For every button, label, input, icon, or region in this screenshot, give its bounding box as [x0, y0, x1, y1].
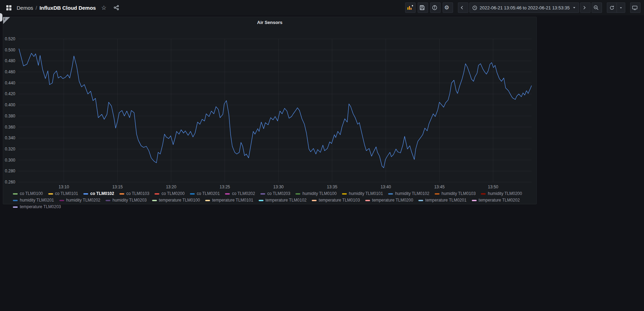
legend-item-temperature-TLM0102[interactable]: temperature TLM0102 — [259, 198, 307, 203]
y-axis-tick-label: 0.400 — [5, 103, 15, 107]
legend-item-co-TLM0101[interactable]: co TLM0101 — [48, 191, 78, 196]
navbar: Demos / InfluxDB Cloud Demos ☆ — [0, 0, 644, 15]
legend-item-temperature-TLM0200[interactable]: temperature TLM0200 — [365, 198, 413, 203]
legend-item-co-TLM0102[interactable]: co TLM0102 — [83, 191, 114, 196]
y-axis-tick-label: 0.500 — [5, 48, 15, 52]
legend-label: humidity TLM0100 — [302, 191, 337, 196]
legend-item-temperature-TLM0101[interactable]: temperature TLM0101 — [205, 198, 253, 203]
legend-swatch — [154, 193, 159, 195]
legend-label: temperature TLM0102 — [266, 198, 307, 203]
legend-item-humidity-TLM0101[interactable]: humidity TLM0101 — [342, 191, 383, 196]
legend-item-co-TLM0202[interactable]: co TLM0202 — [225, 191, 255, 196]
kiosk-tv-icon[interactable] — [630, 2, 641, 13]
legend-swatch — [435, 193, 440, 195]
refresh-interval-caret-icon[interactable] — [617, 3, 625, 13]
panel-title[interactable]: Air Sensors — [3, 17, 536, 27]
save-dashboard-icon[interactable] — [418, 2, 428, 13]
x-axis-tick-label: 13:35 — [327, 185, 337, 189]
legend-swatch — [342, 193, 347, 195]
legend-swatch — [152, 200, 157, 201]
legend-item-temperature-TLM0100[interactable]: temperature TLM0100 — [152, 198, 200, 203]
time-range-label: 2022-06-21 13:05:46 to 2022-06-21 13:53:… — [480, 5, 570, 10]
breadcrumb-section[interactable]: Demos — [17, 5, 33, 11]
y-axis-tick-label: 0.480 — [5, 58, 15, 63]
insights-info-icon[interactable] — [430, 2, 441, 13]
legend-swatch — [106, 200, 110, 201]
time-shift-forward-icon[interactable] — [580, 2, 591, 13]
legend-swatch — [13, 206, 18, 208]
legend-item-temperature-TLM0201[interactable]: temperature TLM0201 — [418, 198, 467, 203]
x-axis-tick-label: 13:25 — [219, 185, 230, 189]
y-axis-tick-label: 0.340 — [5, 136, 15, 140]
legend-label: co TLM0103 — [126, 191, 150, 196]
legend-item-humidity-TLM0102[interactable]: humidity TLM0102 — [388, 191, 429, 196]
panel-air-sensors: i Air Sensors 0.2600.2800.3000.3200.3400… — [3, 17, 537, 204]
zoom-out-time-icon[interactable] — [592, 2, 602, 13]
legend-label: humidity TLM0202 — [66, 198, 101, 203]
legend-label: co TLM0201 — [197, 191, 220, 196]
legend-item-temperature-TLM0203[interactable]: temperature TLM0203 — [13, 205, 61, 209]
dashboards-grid-icon[interactable] — [4, 2, 13, 13]
legend-swatch — [481, 193, 486, 195]
legend-item-humidity-TLM0200[interactable]: humidity TLM0200 — [481, 191, 522, 196]
legend-item-humidity-TLM0201[interactable]: humidity TLM0201 — [13, 198, 54, 203]
time-range-picker[interactable]: 2022-06-21 13:05:46 to 2022-06-21 13:53:… — [469, 2, 579, 13]
breadcrumb: Demos / InfluxDB Cloud Demos — [17, 5, 96, 11]
x-axis-tick-label: 13:15 — [112, 185, 123, 189]
legend-label: temperature TLM0202 — [479, 198, 520, 203]
legend-item-temperature-TLM0103[interactable]: temperature TLM0103 — [312, 198, 360, 203]
settings-gear-icon[interactable]: ⚙ — [443, 2, 453, 13]
chart-svg: 0.2600.2800.3000.3200.3400.3600.3800.400… — [3, 29, 536, 192]
legend-swatch — [388, 193, 393, 195]
breadcrumb-title[interactable]: InfluxDB Cloud Demos — [40, 5, 96, 11]
x-axis-tick-label: 13:45 — [434, 185, 445, 189]
legend-swatch — [205, 200, 210, 201]
legend-swatch — [312, 200, 317, 201]
sidemenu-toggle[interactable] — [0, 13, 2, 22]
chart-area: 0.2600.2800.3000.3200.3400.3600.3800.400… — [3, 29, 536, 192]
y-axis-tick-label: 0.360 — [5, 125, 15, 130]
refresh-icon[interactable] — [607, 3, 617, 13]
y-axis-tick-label: 0.420 — [5, 91, 15, 96]
legend-item-humidity-TLM0100[interactable]: humidity TLM0100 — [295, 191, 337, 196]
dashboard-actions-group: ⚙ — [405, 2, 453, 13]
legend-item-co-TLM0200[interactable]: co TLM0200 — [154, 191, 185, 196]
legend-item-co-TLM0201[interactable]: co TLM0201 — [190, 191, 220, 196]
series-line-co-TLM0102 — [19, 49, 532, 168]
legend-swatch — [225, 193, 230, 195]
breadcrumb-separator: / — [36, 5, 37, 11]
legend-label: co TLM0203 — [267, 191, 291, 196]
legend-label: temperature TLM0100 — [159, 198, 200, 203]
legend-label: temperature TLM0103 — [319, 198, 360, 203]
time-shift-back-icon[interactable] — [458, 2, 468, 13]
legend-label: humidity TLM0203 — [112, 198, 147, 203]
legend-item-humidity-TLM0203[interactable]: humidity TLM0203 — [106, 198, 147, 203]
x-axis-tick-label: 13:50 — [488, 185, 498, 189]
legend-swatch — [13, 200, 18, 201]
star-icon[interactable]: ☆ — [99, 2, 108, 13]
legend-label: humidity TLM0200 — [488, 191, 522, 196]
panel-info-corner-icon[interactable]: i — [3, 17, 10, 24]
legend-swatch — [295, 193, 300, 195]
legend-item-co-TLM0203[interactable]: co TLM0203 — [260, 191, 291, 196]
legend-swatch — [472, 200, 477, 201]
app-root: Demos / InfluxDB Cloud Demos ☆ — [0, 0, 644, 206]
legend-item-humidity-TLM0103[interactable]: humidity TLM0103 — [435, 191, 476, 196]
legend-label: humidity TLM0103 — [442, 191, 476, 196]
legend-swatch — [365, 200, 370, 201]
y-axis-tick-label: 0.260 — [5, 180, 15, 185]
clock-icon — [472, 5, 477, 10]
refresh-split-button — [607, 2, 625, 13]
legend-swatch — [13, 193, 18, 195]
legend-item-temperature-TLM0202[interactable]: temperature TLM0202 — [472, 198, 520, 203]
legend-label: humidity TLM0101 — [349, 191, 383, 196]
legend-item-co-TLM0103[interactable]: co TLM0103 — [119, 191, 150, 196]
y-axis-tick-label: 0.280 — [5, 169, 15, 173]
share-icon[interactable] — [112, 2, 121, 13]
add-panel-icon[interactable] — [405, 2, 416, 13]
legend-label: co TLM0200 — [161, 191, 185, 196]
legend-item-co-TLM0100[interactable]: co TLM0100 — [13, 191, 43, 196]
y-axis-tick-label: 0.300 — [5, 158, 15, 163]
legend-item-humidity-TLM0202[interactable]: humidity TLM0202 — [59, 198, 101, 203]
x-axis-tick-label: 13:20 — [166, 185, 176, 189]
